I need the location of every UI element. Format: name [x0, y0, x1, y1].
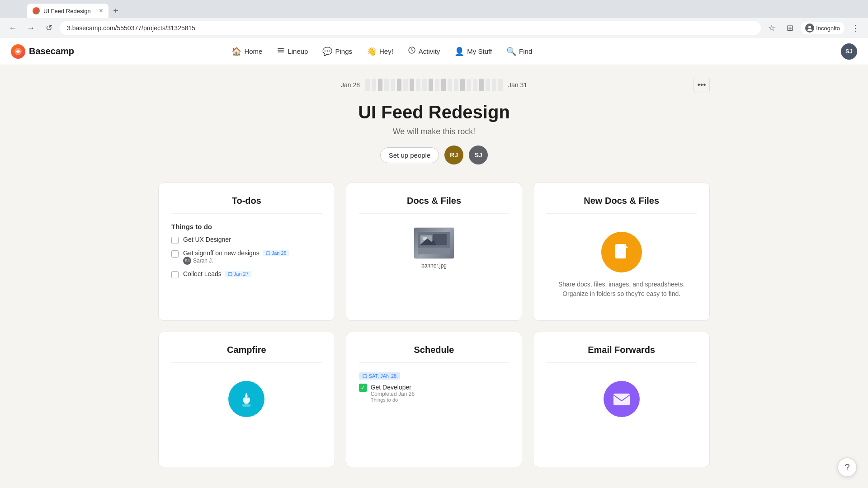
nav-lineup-label: Lineup	[288, 47, 308, 55]
todo-checkbox-3[interactable]	[171, 271, 179, 278]
active-tab[interactable]: UI Feed Redesign ×	[27, 4, 108, 18]
lineup-icon	[277, 46, 285, 56]
help-icon: ?	[844, 462, 849, 473]
cards-grid: To-dos Things to do Get UX Designer Get …	[158, 183, 710, 467]
svg-rect-3	[278, 48, 284, 49]
logo-text: Basecamp	[29, 46, 74, 56]
docs-card: Docs & Files	[346, 183, 523, 321]
app-header: Basecamp 🏠 Home Lineup 💬 Pings 👋 Hey!	[0, 38, 868, 65]
docs-card-title: Docs & Files	[359, 196, 509, 214]
timeline-dot	[403, 79, 408, 91]
user-avatar[interactable]: SJ	[841, 43, 857, 60]
browser-chrome: UI Feed Redesign × + ← → ↺ ☆ ⊞ Incognito…	[0, 0, 868, 38]
timeline-dot	[378, 79, 382, 91]
nav-hey-label: Hey!	[379, 47, 393, 55]
svg-rect-21	[363, 375, 367, 378]
help-button[interactable]: ?	[837, 457, 857, 477]
new-tab-button[interactable]: +	[108, 4, 123, 18]
schedule-event-sub: Completed Jan 28	[371, 391, 415, 397]
doc-filename: banner.jpg	[421, 263, 447, 269]
doc-file[interactable]: banner.jpg	[414, 227, 454, 269]
new-docs-card: New Docs & Files Share docs, files, imag…	[533, 183, 710, 321]
more-icon: •••	[698, 80, 706, 90]
main-content: Jan 28 Jan 31 •••	[140, 65, 728, 476]
nav-activity[interactable]: Activity	[401, 42, 447, 60]
todo-item: Collect Leads Jan 27	[171, 270, 322, 278]
project-people: Set up people RJ SJ	[158, 145, 710, 164]
address-bar[interactable]	[60, 21, 761, 35]
new-docs-icon[interactable]	[601, 232, 642, 272]
todo-text-1: Get UX Designer	[183, 236, 231, 243]
nav-mystuff-label: My Stuff	[467, 47, 492, 55]
browser-tab-bar: UI Feed Redesign × +	[0, 0, 868, 18]
incognito-label: Incognito	[816, 25, 840, 32]
timeline-end-date: Jan 31	[508, 81, 527, 89]
nav-lineup[interactable]: Lineup	[270, 42, 314, 60]
browser-toolbar: ← → ↺ ☆ ⊞ Incognito ⋮	[0, 18, 868, 38]
todos-card-title: To-dos	[171, 196, 322, 214]
app-nav: 🏠 Home Lineup 💬 Pings 👋 Hey!	[225, 42, 538, 60]
mystuff-icon: 👤	[454, 47, 464, 56]
schedule-card: Schedule SAT, JAN 28 ✓ Get Developer Com…	[346, 332, 523, 467]
hey-icon: 👋	[367, 47, 377, 56]
campfire-card: Campfire	[158, 332, 335, 467]
nav-find-label: Find	[519, 47, 532, 55]
campfire-icon[interactable]	[228, 381, 264, 417]
campfire-content	[171, 372, 322, 426]
refresh-button[interactable]: ↺	[42, 21, 56, 35]
nav-pings-label: Pings	[335, 47, 352, 55]
more-options-button[interactable]: •••	[693, 77, 710, 93]
timeline-dot	[492, 79, 496, 91]
timeline-dot	[454, 79, 458, 91]
doc-thumbnail	[414, 227, 454, 259]
avatar-sj-initials: SJ	[475, 151, 482, 159]
project-title: UI Feed Redesign	[158, 102, 710, 122]
schedule-check-icon: ✓	[359, 384, 367, 392]
tab-title: UI Feed Redesign	[43, 8, 91, 14]
nav-mystuff[interactable]: 👤 My Stuff	[448, 43, 498, 60]
setup-people-button[interactable]: Set up people	[380, 147, 439, 163]
person-avatar-sj[interactable]: SJ	[469, 145, 488, 164]
email-icon[interactable]	[604, 381, 640, 417]
svg-rect-4	[278, 50, 284, 51]
email-content	[546, 372, 697, 426]
nav-home[interactable]: 🏠 Home	[225, 43, 269, 60]
nav-pings[interactable]: 💬 Pings	[316, 43, 359, 60]
timeline-dot	[422, 79, 427, 91]
timeline-dots	[365, 79, 503, 91]
nav-activity-label: Activity	[419, 47, 440, 55]
tab-close-button[interactable]: ×	[99, 7, 103, 15]
svg-rect-10	[228, 272, 232, 276]
timeline-dot	[448, 79, 452, 91]
new-docs-description: Share docs, files, images, and spreadshe…	[555, 280, 688, 299]
todo-checkbox-1[interactable]	[171, 237, 179, 244]
nav-find[interactable]: 🔍 Find	[500, 43, 538, 60]
todo-item: Get signoff on new designs Jan 28 SJ Sar…	[171, 249, 322, 265]
todo-date-badge-2: Jan 28	[263, 250, 289, 256]
todo-date-badge-3: Jan 27	[225, 271, 251, 277]
timeline-dot	[416, 79, 420, 91]
schedule-event-tag: Things to do	[371, 397, 415, 403]
timeline-start-date: Jan 28	[341, 81, 360, 89]
svg-rect-7	[266, 252, 270, 255]
timeline-dot	[486, 79, 490, 91]
back-button[interactable]: ←	[5, 21, 20, 35]
avatar-rj-initials: RJ	[450, 151, 458, 159]
forward-button[interactable]: →	[24, 21, 38, 35]
doc-thumbnail-img	[414, 228, 454, 258]
todo-text-2: Get signoff on new designs	[183, 249, 259, 257]
timeline-bar: Jan 28 Jan 31 •••	[158, 74, 710, 91]
svg-point-0	[808, 26, 811, 28]
app-logo[interactable]: Basecamp	[11, 44, 74, 59]
person-avatar-rj[interactable]: RJ	[444, 145, 463, 164]
todo-checkbox-2[interactable]	[171, 250, 179, 258]
timeline-dot	[372, 79, 376, 91]
nav-hey[interactable]: 👋 Hey!	[360, 43, 400, 60]
email-card-title: Email Forwards	[546, 345, 697, 363]
star-button[interactable]: ☆	[764, 21, 779, 35]
find-icon: 🔍	[506, 47, 516, 56]
extension-button[interactable]: ⊞	[783, 21, 797, 35]
schedule-date-label: SAT, JAN 28	[369, 373, 397, 379]
incognito-button[interactable]: Incognito	[801, 22, 844, 34]
menu-button[interactable]: ⋮	[848, 21, 863, 35]
